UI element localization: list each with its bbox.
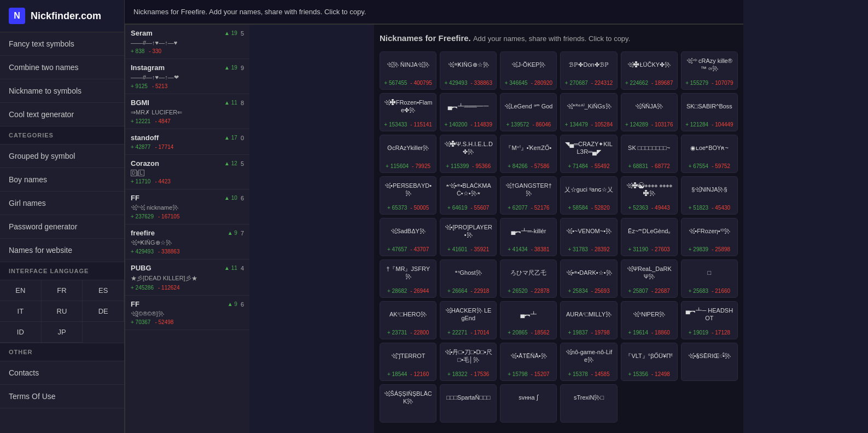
- name-card[interactable]: ꧁LeGend ᵃᵐ God+ 139572- 86046: [500, 93, 557, 131]
- name-card[interactable]: □□□SpartaŇ□□□: [440, 384, 497, 423]
- name-stats: + 71484- 55492: [564, 163, 613, 169]
- name-stats: + 124289- 103176: [625, 122, 674, 128]
- name-card[interactable]: Ēz~ᵐDLeGèndᵤ+ 31190- 27603: [621, 218, 678, 256]
- name-card[interactable]: ꧁✤☯⊕⊕⊕⊕ ⊕⊕⊕⊕✤꧂+ 52363- 49443: [621, 176, 678, 215]
- name-card[interactable]: ꧁ˢNlPER꧂+ 19614- 18860: [621, 301, 678, 339]
- stat-plus: + 26664: [447, 288, 467, 294]
- name-card[interactable]: ▄︻┻─ HEADSHOT+ 19019- 17128: [681, 301, 738, 339]
- sidebar-category-item[interactable]: Password generator: [0, 215, 124, 239]
- sidebar-categories: Grouped by symbolBoy namesGirl namesPass…: [0, 145, 124, 262]
- stat-minus: - 105284: [591, 122, 613, 128]
- name-card[interactable]: AURAᶜ□MILLY꧂+ 19837- 19798: [560, 301, 617, 339]
- name-card[interactable]: ろひマ尺乙乇+ 26520- 22878: [500, 259, 557, 298]
- name-card[interactable]: ꧁ŇŇJA꧂+ 124289- 103176: [621, 93, 678, 131]
- trending-item[interactable]: PUBG ▲ 11 4 ★彡[DEAD KILLER]彡★ + 245286 -…: [125, 259, 249, 296]
- trending-item[interactable]: Instagram ▲ 19 9 ——#—↑♥—↑—❤ + 9125 - 521…: [125, 59, 249, 94]
- name-card[interactable]: ꧁ŜÁŞŞIŇŞBLÄCK꧂: [380, 384, 436, 423]
- name-card[interactable]: AKᶜ□HERO꧂+ 23731- 22800: [380, 301, 436, 339]
- name-card[interactable]: 『Mᵛˡ』•ҠеπZŐ•+ 84266- 57586: [500, 135, 557, 173]
- sidebar-category-item[interactable]: Grouped by symbol: [0, 145, 124, 168]
- name-card[interactable]: ꧁ᵒᴿᵉᴬˡ_KiŇGs꧂+ 134479- 105284: [560, 93, 617, 131]
- name-text: sTrexiN꧂□: [564, 389, 613, 406]
- name-card[interactable]: ꧁˜∫ТΕRRΟΤ+ 18544- 12160: [380, 343, 436, 381]
- name-card[interactable]: ℬℙ✤Don✤ℬℙ+ 270687- 224312: [560, 51, 617, 90]
- name-card[interactable]: ꧁ΨReaL_DaRKΨ꧂+ 25807- 22687: [621, 259, 678, 298]
- lang-item-es[interactable]: ES: [83, 280, 124, 301]
- name-card[interactable]: ★꧁•☆•BLAĊKMAĊ•☆•꧂★+ 64619- 55607: [440, 176, 497, 215]
- sidebar-other-item[interactable]: Contacts: [0, 361, 124, 385]
- name-text: ꧁✤FRozen•Flame✤꧂: [383, 98, 433, 114]
- name-card[interactable]: ꧁nô-game-nô-Life꧂+ 15378- 14585: [560, 343, 617, 381]
- name-card[interactable]: ꧁☆ҜIŇG⊕☆꧂+ 429493- 338863: [440, 51, 497, 90]
- name-card[interactable]: sTrexiN꧂□: [560, 384, 617, 423]
- name-card[interactable]: ꧁༺cRAzy kille®™ꧻ꧂+ 155279- 107079: [681, 51, 738, 90]
- stat-plus: + 18544: [387, 371, 407, 377]
- name-card[interactable]: ▄︻┻+ 20865- 18562: [500, 301, 557, 339]
- lang-item-fr[interactable]: FR: [42, 280, 83, 301]
- name-card[interactable]: ◥▄═CRAZY✦KILLЗR═▄◤+ 71484- 55492: [560, 135, 617, 173]
- sidebar-other-item[interactable]: Terms Of Use: [0, 385, 124, 408]
- name-text: ꧁ᵒᴿᵉᴬˡ_KiŇGs꧂: [564, 98, 613, 114]
- stat-plus: + 51823: [689, 205, 708, 211]
- trending-item[interactable]: Corazon ▲ 12 5 🄳|🄻 + 11710 - 4423: [125, 155, 249, 189]
- name-card[interactable]: ꧁†GANGSTЕR†꧂+ 62077- 52176: [500, 176, 557, 215]
- trending-item[interactable]: FF ▲ 10 6 ꧁ˢ꧁ nickname꧂ + 237629 - 16710…: [125, 189, 249, 224]
- lang-item-jp[interactable]: JP: [42, 322, 83, 343]
- sidebar-item-fancy-text[interactable]: Fancy text symbols: [0, 32, 124, 56]
- name-card[interactable]: ꧁✤Ψ.S.H.I.E.L.D✤꧂+ 115399- 95366: [440, 135, 497, 173]
- name-card[interactable]: ᵒˢGhost꧂+ 26664- 22918: [440, 259, 497, 298]
- name-card[interactable]: ꧁✤ŁÜČKY✤꧂+ 224662- 189687: [621, 51, 678, 90]
- logo-text: Nickfinder.com: [31, 10, 101, 22]
- sidebar-item-combine-two[interactable]: Combine two names: [0, 56, 124, 79]
- names-grid: ꧁꧂ ŇINJA꧁꧂+ 567455- 400795꧁☆ҜIŇG⊕☆꧂+ 429…: [380, 51, 738, 423]
- name-card[interactable]: ꧁•☆•DARK•☆•꧂+ 25834- 25693: [560, 259, 617, 298]
- name-card[interactable]: ꧁•ℌSĒRIŒꧥ•꧂: [681, 343, 738, 381]
- name-card[interactable]: †『MR』JSFRY꧂+ 28682- 26944: [380, 259, 436, 298]
- name-card[interactable]: 『VLT』°βŐÜ¥Пᴱ+ 15356- 12498: [621, 343, 678, 381]
- trending-item[interactable]: standoff ▲ 17 0 + 42877 - 17714: [125, 129, 249, 155]
- name-card[interactable]: ꧁•~VENOM~•꧂+ 31783- 28392: [560, 218, 617, 256]
- lang-item-it[interactable]: IT: [0, 301, 42, 322]
- name-card[interactable]: §꧁NlNJA꧂§+ 51823- 45430: [681, 176, 738, 215]
- name-card[interactable]: 乂☆guci ᵍanɢ☆乂+ 58584- 52820: [560, 176, 617, 215]
- name-card[interactable]: ▄︻┻═══━一+ 140200- 114839: [440, 93, 497, 131]
- name-card[interactable]: SK □□□□□□□□~+ 68831- 68772: [621, 135, 678, 173]
- name-card[interactable]: svнна ʃ: [500, 384, 557, 423]
- sidebar-category-item[interactable]: Boy names: [0, 168, 124, 192]
- name-card[interactable]: ꧁HACKER꧂ LЕgЕnd+ 22271- 17014: [440, 301, 497, 339]
- name-card[interactable]: ꧁•РЕЯSЕBΛYD•꧂+ 65373- 50005: [380, 176, 436, 215]
- sidebar-item-cool-text[interactable]: Cool text generator: [0, 103, 124, 126]
- name-card[interactable]: ꧁•[PRO]PLAYER•꧂+ 41601- 35921: [440, 218, 497, 256]
- sidebar-category-item[interactable]: Girl names: [0, 192, 124, 215]
- site-logo[interactable]: N Nickfinder.com: [0, 0, 124, 32]
- trending-item[interactable]: freefire ▲ 9 7 ꧁☆ҜIŇG⊕☆꧂ + 429493 - 3388…: [125, 224, 249, 259]
- name-card[interactable]: SK□SABIR^Boss+ 121284- 104449: [681, 93, 738, 131]
- trending-item[interactable]: Seram ▲ 19 5 ——#—↑♥—↑—♥ + 838 - 330: [125, 25, 249, 59]
- lang-item-ru[interactable]: RU: [42, 301, 83, 322]
- name-card[interactable]: ꧁•ĀTĒŇĀ•꧂+ 15798- 15207: [500, 343, 557, 381]
- name-card[interactable]: ▄︻┻═-killér+ 41434- 38381: [500, 218, 557, 256]
- trending-item[interactable]: FF ▲ 9 6 ꧁[©®©®]꧂ + 70367 - 52498: [125, 296, 249, 330]
- sidebar-item-nickname-symbols[interactable]: Nickname to symbols: [0, 79, 124, 103]
- stat-minus: - 189687: [651, 80, 673, 86]
- name-text: ◥▄═CRAZY✦KILLЗR═▄◤: [564, 140, 613, 156]
- trending-symbol: ★彡[DEAD KILLER]彡★: [131, 274, 244, 282]
- name-card[interactable]: ꧁J◦ŎKЕР꧂+ 346645- 280920: [500, 51, 557, 90]
- trending-item[interactable]: BGMI ▲ 11 8 ⇒MR✗ LUCIFER⇐ + 12221 - 4847: [125, 94, 249, 129]
- lang-item-de[interactable]: DE: [83, 301, 124, 322]
- trend-direction: ▲ 11: [224, 100, 237, 106]
- lang-item-en[interactable]: EN: [0, 280, 42, 301]
- name-card[interactable]: ꧁꧂ ŇINJA꧁꧂+ 567455- 400795: [380, 51, 436, 90]
- name-card[interactable]: ꧁•FRozeη•ᴵᴰ꧂+ 29839- 25898: [681, 218, 738, 256]
- lang-item-id[interactable]: ID: [0, 322, 42, 343]
- name-card[interactable]: ꧁•丹□•刀□•D□•尺□•毛│꧂+ 18322- 17536: [440, 343, 497, 381]
- name-card[interactable]: ꧁✤FRozen•Flame✤꧂+ 153433- 115141: [380, 93, 436, 131]
- name-card[interactable]: ʘcRAzYkiller꧂+ 115604- 79925: [380, 135, 436, 173]
- name-card[interactable]: ◉ʟоеᵒBOYʀ~+ 67554- 59752: [681, 135, 738, 173]
- sidebar-category-item[interactable]: Names for website: [0, 239, 124, 262]
- trend-direction: ▲ 19: [224, 65, 237, 71]
- name-card[interactable]: □+ 25683- 21660: [681, 259, 738, 298]
- name-stats: + 115604- 79925: [383, 163, 433, 169]
- name-card[interactable]: ꧁SadBΔY꧂+ 47657- 43707: [380, 218, 436, 256]
- trending-plus: + 429493: [131, 249, 154, 255]
